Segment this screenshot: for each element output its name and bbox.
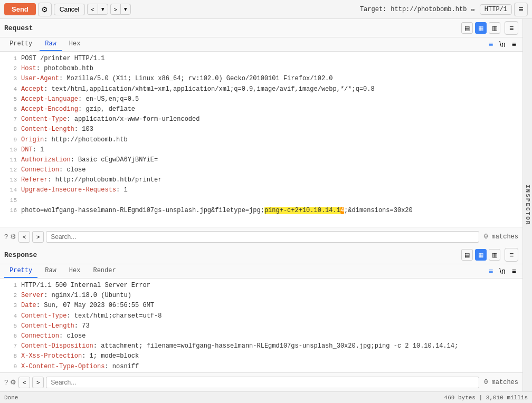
response-format-icon-1[interactable]: ≡ [487, 266, 495, 276]
response-format-actions: ≡ \n ≡ [487, 266, 518, 276]
inspector-panel[interactable]: INSPECTOR [522, 19, 532, 391]
cancel-button[interactable]: Cancel [54, 4, 85, 15]
code-line-r10: 10 DNT: 1 [0, 145, 522, 155]
response-header: Response ▤ ▦ ▥ ≡ [0, 246, 522, 264]
request-view-btn-3[interactable]: ▥ [489, 22, 500, 34]
response-title: Response [4, 251, 37, 259]
request-search-bar: ? ⚙ < > 0 matches [0, 227, 522, 246]
request-section: Request ▤ ▦ ▥ ≡ Pretty Raw Hex ≡ \n ≡ [0, 19, 522, 246]
edit-target-icon[interactable]: ✏️ [471, 5, 475, 14]
request-search-help-icon[interactable]: ? [4, 233, 8, 241]
code-line-r7: 7 Content-Type: application/x-www-form-u… [0, 114, 522, 124]
settings-button[interactable]: ⚙ [38, 3, 52, 16]
http-version-badge[interactable]: HTTP/1 [480, 4, 512, 15]
nav-forward-dropdown-button[interactable]: ▾ [120, 4, 131, 15]
code-line-resp6: 6 Connection: close [0, 331, 522, 341]
target-label: Target: [360, 6, 386, 13]
response-tabs: Pretty Raw Hex Render ≡ \n ≡ [0, 264, 522, 279]
response-view-btn-3[interactable]: ▥ [489, 249, 500, 261]
code-line-resp7: 7 Content-Disposition: attachment; filen… [0, 341, 522, 351]
code-line-r9: 9 Origin: http://photobomb.htb [0, 135, 522, 145]
response-search-bar: ? ⚙ < > 0 matches [0, 372, 522, 391]
main-area: Request ▤ ▦ ▥ ≡ Pretty Raw Hex ≡ \n ≡ [0, 19, 532, 391]
target-url: http://photobomb.htb [391, 6, 467, 13]
nav-back-button[interactable]: < [87, 4, 97, 15]
tab-response-hex[interactable]: Hex [64, 264, 86, 278]
request-inspector-btn[interactable]: ≡ [505, 21, 518, 35]
status-bar: Done 469 bytes | 3,010 millis [0, 391, 532, 403]
send-button[interactable]: Send [4, 3, 36, 15]
code-line-resp9: 9 X-Content-Type-Options: nosniff [0, 362, 522, 372]
code-line-r14: 14 Upgrade-Insecure-Requests: 1 [0, 185, 522, 195]
response-section: Response ▤ ▦ ▥ ≡ Pretty Raw Hex Render ≡… [0, 246, 522, 391]
format-icon-1[interactable]: ≡ [487, 39, 495, 50]
tab-response-raw[interactable]: Raw [40, 264, 62, 278]
response-search-input[interactable] [46, 377, 479, 388]
request-code-area: 1 POST /printer HTTP/1.1 2 Host: photobo… [0, 52, 522, 227]
request-tabs: Pretty Raw Hex ≡ \n ≡ [0, 37, 522, 52]
response-search-next[interactable]: > [32, 377, 44, 388]
response-matches-label: 0 matches [481, 379, 518, 386]
code-line-r11: 11 Authorization: Basic cEgwDA6YjBNYiE= [0, 155, 522, 165]
status-left: Done [4, 395, 18, 401]
tab-request-raw[interactable]: Raw [40, 37, 62, 51]
code-line-r4: 4 Accept: text/html,application/xhtml+xm… [0, 84, 522, 94]
code-line-r8: 8 Content-Length: 103 [0, 124, 522, 135]
request-search-input[interactable] [46, 231, 479, 243]
request-search-settings-icon[interactable]: ⚙ [10, 233, 16, 241]
code-line-r12: 12 Connection: close [0, 165, 522, 175]
nav-forward-button[interactable]: > [110, 4, 120, 15]
response-code-area: 1 HTTP/1.1 500 Internal Server Error 2 S… [0, 279, 522, 372]
request-matches-label: 0 matches [481, 233, 518, 241]
nav-back-dropdown-button[interactable]: ▾ [98, 4, 108, 15]
code-line-r1: 1 POST /printer HTTP/1.1 [0, 54, 522, 64]
response-view-btn-1[interactable]: ▤ [461, 249, 473, 261]
response-format-icon-2[interactable]: \n [497, 266, 508, 276]
code-line-r3: 3 User-Agent: Mozilla/5.0 (X11; Linux x8… [0, 74, 522, 84]
tab-response-pretty[interactable]: Pretty [4, 264, 37, 278]
code-line-resp3: 3 Date: Sun, 07 May 2023 06:56:55 GMT [0, 301, 522, 311]
code-line-r15: 15 [0, 196, 522, 206]
code-line-resp2: 2 Server: nginx/1.18.0 (Ubuntu) [0, 291, 522, 301]
request-view-actions: ▤ ▦ ▥ ≡ [461, 21, 518, 35]
request-search-prev[interactable]: < [18, 231, 30, 243]
format-icon-2[interactable]: \n [497, 39, 508, 50]
toolbar: Send ⚙ Cancel < ▾ > ▾ Target: http://pho… [0, 0, 532, 19]
code-line-r13: 13 Referer: http://photobomb.htb/printer [0, 175, 522, 185]
code-line-r2: 2 Host: photobomb.htb [0, 64, 522, 74]
tab-request-hex[interactable]: Hex [64, 37, 86, 51]
request-view-btn-2[interactable]: ▦ [475, 22, 487, 34]
code-line-r16: 16 photo=wolfgang-hasselmann-RLEgmd107gs… [0, 206, 522, 216]
response-search-settings-icon[interactable]: ⚙ [10, 378, 16, 386]
response-view-btn-2[interactable]: ▦ [475, 249, 487, 261]
request-search-next[interactable]: > [32, 231, 44, 243]
response-search-help-icon[interactable]: ? [4, 378, 8, 386]
code-line-r6: 6 Accept-Encoding: gzip, deflate [0, 104, 522, 114]
response-view-actions: ▤ ▦ ▥ ≡ [461, 248, 518, 262]
request-format-actions: ≡ \n ≡ [487, 39, 518, 50]
code-line-r5: 5 Accept-Language: en-US,en;q=0.5 [0, 94, 522, 104]
code-line-resp8: 8 X-Xss-Protection: 1; mode=block [0, 351, 522, 361]
response-inspector-btn[interactable]: ≡ [505, 248, 518, 262]
tab-request-pretty[interactable]: Pretty [4, 37, 37, 51]
request-view-btn-1[interactable]: ▤ [461, 22, 473, 34]
center-panel: Request ▤ ▦ ▥ ≡ Pretty Raw Hex ≡ \n ≡ [0, 19, 522, 391]
response-search-prev[interactable]: < [18, 377, 30, 388]
code-line-resp1: 1 HTTP/1.1 500 Internal Server Error [0, 281, 522, 291]
request-header: Request ▤ ▦ ▥ ≡ [0, 19, 522, 37]
inspector-toggle-button[interactable]: ≡ [514, 3, 528, 16]
response-format-icon-3[interactable]: ≡ [510, 266, 518, 276]
code-line-resp5: 5 Content-Length: 73 [0, 321, 522, 331]
format-icon-3[interactable]: ≡ [510, 39, 518, 50]
request-title: Request [4, 24, 33, 32]
tab-response-render[interactable]: Render [88, 264, 121, 278]
code-line-resp4: 4 Content-Type: text/html;charset=utf-8 [0, 311, 522, 321]
status-right: 469 bytes | 3,010 millis [444, 395, 528, 401]
